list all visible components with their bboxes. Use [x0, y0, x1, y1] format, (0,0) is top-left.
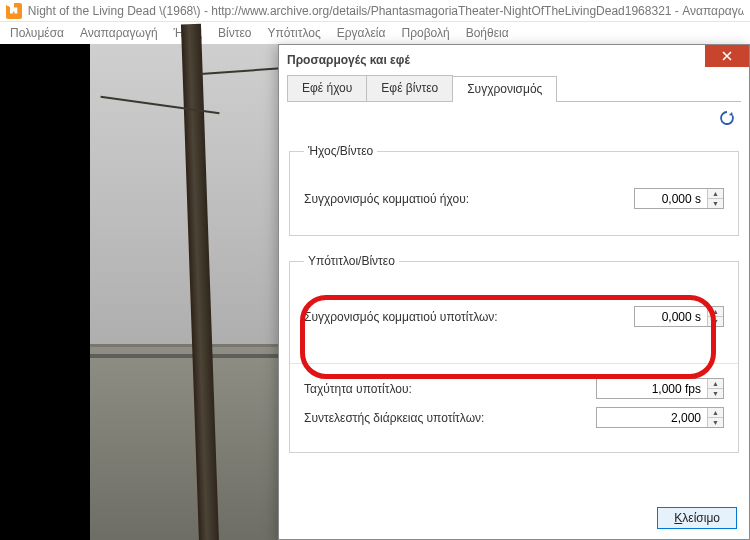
refresh-icon[interactable]: [719, 110, 735, 126]
audio-video-group: Ήχος/Βίντεο Συγχρονισμός κομματιού ήχου:…: [289, 144, 739, 236]
window-title: Night of the Living Dead \(1968\) - http…: [28, 4, 744, 18]
tab-synchronization[interactable]: Συγχρονισμός: [452, 76, 557, 102]
dialog-tabs: Εφέ ήχου Εφέ βίντεο Συγχρονισμός: [287, 75, 741, 102]
sync-panel: Ήχος/Βίντεο Συγχρονισμός κομματιού ήχου:…: [279, 102, 749, 463]
subtitle-track-sync-stepper[interactable]: ▲▼: [707, 307, 723, 326]
menu-playback[interactable]: Αναπαραγωγή: [72, 24, 166, 42]
subtitle-speed-label: Ταχύτητα υποτίτλου:: [304, 382, 412, 396]
adjustments-effects-dialog: Προσαρμογές και εφέ Εφέ ήχου Εφέ βίντεο …: [278, 44, 750, 540]
tab-video-effects[interactable]: Εφέ βίντεο: [366, 75, 453, 101]
dialog-close-button[interactable]: [705, 45, 749, 67]
titlebar: Night of the Living Dead \(1968\) - http…: [0, 0, 750, 22]
menu-tools[interactable]: Εργαλεία: [329, 24, 394, 42]
subtitle-track-sync-input[interactable]: [635, 307, 707, 326]
audio-video-legend: Ήχος/Βίντεο: [304, 144, 377, 158]
subtitle-speed-stepper[interactable]: ▲▼: [707, 379, 723, 398]
subtitle-video-legend: Υπότιτλοι/Βίντεο: [304, 254, 399, 268]
subtitle-duration-stepper[interactable]: ▲▼: [707, 408, 723, 427]
vlc-cone-icon: [6, 3, 22, 19]
audio-track-sync-input[interactable]: [635, 189, 707, 208]
menu-subtitle[interactable]: Υπότιτλος: [260, 24, 329, 42]
subtitle-duration-input[interactable]: [597, 408, 707, 427]
subtitle-speed-spinner[interactable]: ▲▼: [596, 378, 724, 399]
subtitle-video-group: Υπότιτλοι/Βίντεο Συγχρονισμός κομματιού …: [289, 254, 739, 453]
audio-track-sync-spinner[interactable]: ▲▼: [634, 188, 724, 209]
menu-help[interactable]: Βοήθεια: [458, 24, 517, 42]
subtitle-duration-label: Συντελεστής διάρκειας υποτίτλων:: [304, 411, 484, 425]
tab-audio-effects[interactable]: Εφέ ήχου: [287, 75, 367, 101]
subtitle-track-sync-spinner[interactable]: ▲▼: [634, 306, 724, 327]
menu-video[interactable]: Βίντεο: [210, 24, 259, 42]
subtitle-track-sync-label: Συγχρονισμός κομματιού υποτίτλων:: [304, 310, 498, 324]
subtitle-duration-spinner[interactable]: ▲▼: [596, 407, 724, 428]
menu-view[interactable]: Προβολή: [393, 24, 457, 42]
subtitle-speed-input[interactable]: [597, 379, 707, 398]
menu-media[interactable]: Πολυμέσα: [2, 24, 72, 42]
close-icon: [722, 51, 732, 61]
audio-track-sync-stepper[interactable]: ▲▼: [707, 189, 723, 208]
audio-track-sync-label: Συγχρονισμός κομματιού ήχου:: [304, 192, 469, 206]
close-button[interactable]: Κλείσιμο: [657, 507, 737, 529]
menubar: Πολυμέσα Αναπαραγωγή Ήχος Βίντεο Υπότιτλ…: [0, 22, 750, 44]
dialog-title: Προσαρμογές και εφέ: [279, 45, 749, 75]
